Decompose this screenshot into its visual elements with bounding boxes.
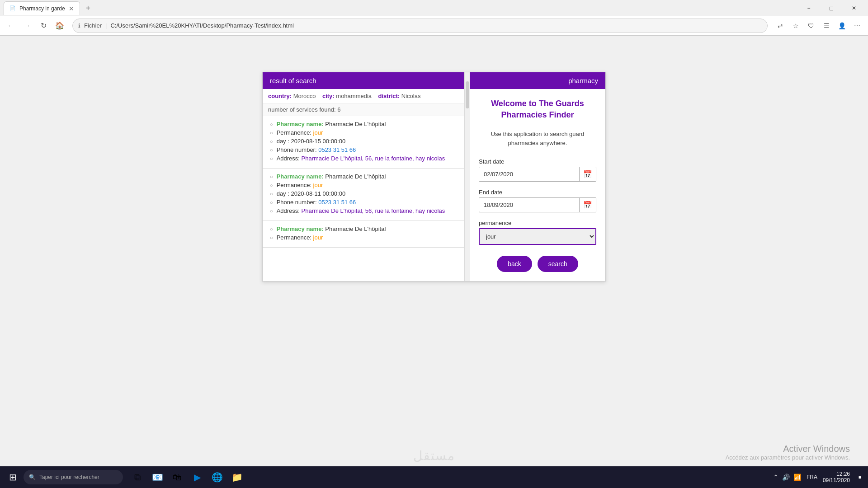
address-value: Address: Pharmacie De L'hôpital, 56, rue… [277, 155, 445, 162]
mastaqi-watermark: مستقل [413, 448, 455, 463]
browser-tab[interactable]: 📄 Pharmacy in garde ✕ [4, 1, 80, 15]
shield-icon[interactable]: 🛡 [804, 19, 818, 33]
phone-row: ○ Phone number: 0523 31 51 66 [270, 199, 457, 206]
volume-icon[interactable]: 🔊 [782, 474, 790, 481]
new-tab-button[interactable]: + [82, 2, 94, 14]
vscode-app[interactable]: ▶ [188, 468, 206, 486]
restore-button[interactable]: ◻ [821, 0, 842, 16]
start-date-wrapper: 📅 [479, 167, 596, 182]
filter-bar: country: Morocco city: mohammedia distri… [263, 89, 464, 103]
taskbar-search[interactable]: 🔍 Taper ici pour rechercher [24, 470, 123, 484]
pharmacy-label: Pharmacy name: Pharmacie De L'hôpital [277, 121, 386, 127]
permanence-value: Permanence: jour [277, 182, 323, 188]
store-app[interactable]: 🛍 [168, 468, 186, 486]
watermark-title: Activer Windows [687, 444, 850, 454]
files-app[interactable]: 📁 [228, 468, 246, 486]
taskbar-right: ⌃ 🔊 📶 FRA 12:26 09/11/2020 ▪ [773, 468, 864, 486]
welcome-desc: Use this application to search guard pha… [479, 130, 596, 147]
windows-watermark: Activer Windows Accédez aux paramètres p… [687, 444, 868, 461]
pharmacy-name-row: ○ Pharmacy name: Pharmacie De L'hôpital [270, 225, 457, 232]
permanence-select[interactable]: jour nuit [479, 228, 596, 245]
pharmacy-header-title: pharmacy [568, 77, 598, 84]
permanence-label: permanence [479, 220, 596, 226]
date-display: 09/11/2020 [823, 477, 850, 483]
refresh-button[interactable]: ↻ [36, 19, 51, 33]
taskbar-clock[interactable]: 12:26 09/11/2020 [823, 471, 850, 483]
star-button[interactable]: ☆ [788, 19, 803, 33]
translate-button[interactable]: ⇄ [773, 19, 788, 33]
address-row: ○ Address: Pharmacie De L'hôpital, 56, r… [270, 155, 457, 162]
day-row: ○ day : 2020-08-15 00:00:00 [270, 138, 457, 145]
start-date-input[interactable] [479, 168, 579, 180]
right-panel-header: pharmacy [470, 72, 605, 89]
start-date-label: Start date [479, 158, 596, 165]
home-button[interactable]: 🏠 [52, 19, 67, 33]
start-date-group: Start date 📅 [479, 158, 596, 182]
scrollbar[interactable] [464, 72, 470, 281]
profile-button[interactable]: 👤 [835, 19, 849, 33]
bullet: ○ [270, 139, 273, 144]
search-icon: 🔍 [29, 474, 36, 480]
taskbar-search-text: Taper ici pour rechercher [39, 474, 99, 480]
collection-button[interactable]: ☰ [819, 19, 834, 33]
close-button[interactable]: ✕ [844, 0, 864, 16]
end-date-wrapper: 📅 [479, 197, 596, 212]
bullet: ○ [270, 147, 273, 153]
show-desktop-button[interactable]: ▪ [855, 468, 864, 486]
url-text: C:/Users/Samir%20EL%20KHYATI/Desktop/Pha… [110, 22, 762, 29]
result-entry: ○ Pharmacy name: Pharmacie De L'hôpital … [263, 169, 464, 221]
pharmacy-label: Pharmacy name: Pharmacie De L'hôpital [277, 173, 386, 180]
back-nav-button[interactable]: ← [4, 19, 18, 33]
tab-title: Pharmacy in garde [19, 5, 65, 12]
forward-nav-button[interactable]: → [20, 19, 34, 33]
mail-app[interactable]: 📧 [148, 468, 166, 486]
bullet: ○ [270, 183, 273, 188]
search-button[interactable]: search [538, 256, 578, 272]
country-value: Morocco [293, 93, 316, 99]
minimize-button[interactable]: − [798, 0, 819, 16]
result-entry: ○ Pharmacy name: Pharmacie De L'hôpital … [263, 221, 464, 248]
bullet: ○ [270, 235, 273, 240]
address-value: Address: Pharmacie De L'hôpital, 56, rue… [277, 207, 445, 214]
time-display: 12:26 [836, 471, 850, 477]
system-icons: ⌃ 🔊 📶 [773, 474, 801, 481]
bullet: ○ [270, 200, 273, 205]
end-date-input[interactable] [479, 199, 579, 211]
info-icon: ℹ [78, 23, 80, 29]
start-button[interactable]: ⊞ [4, 468, 22, 486]
permanence-row: ○ Permanence: jour [270, 182, 457, 188]
country-label: country: [268, 93, 292, 99]
district-label: district: [378, 93, 400, 99]
language-indicator: FRA [807, 474, 817, 480]
welcome-title: Welcome to The Guards Pharmacies Finder [479, 98, 596, 121]
bullet: ○ [270, 122, 273, 127]
right-panel: pharmacy Welcome to The Guards Pharmacie… [470, 72, 605, 281]
page-icon: 📄 [9, 5, 16, 11]
address-row: ○ Address: Pharmacie De L'hôpital, 56, r… [270, 207, 457, 214]
app-container: result of search country: Morocco city: … [262, 72, 606, 282]
pharmacy-name-row: ○ Pharmacy name: Pharmacie De L'hôpital [270, 121, 457, 127]
day-row: ○ day : 2020-08-11 00:00:00 [270, 190, 457, 197]
tab-close-button[interactable]: ✕ [69, 5, 74, 12]
services-count: number of services found: 6 [263, 103, 464, 116]
address-separator: | [105, 22, 107, 29]
network-icon[interactable]: 📶 [793, 474, 801, 481]
back-button[interactable]: back [497, 256, 532, 272]
pharmacy-label: Pharmacy name: Pharmacie De L'hôpital [277, 225, 386, 232]
start-date-calendar-button[interactable]: 📅 [579, 167, 596, 181]
task-view-button[interactable]: ⧉ [128, 468, 146, 486]
settings-button[interactable]: ⋯ [850, 19, 864, 33]
scrollbar-thumb[interactable] [466, 81, 469, 108]
pharmacy-name-row: ○ Pharmacy name: Pharmacie De L'hôpital [270, 173, 457, 180]
end-date-label: End date [479, 189, 596, 196]
file-label: Fichier [84, 22, 102, 29]
district-value: Nicolas [401, 93, 421, 99]
permanence-value: Permanence: jour [277, 129, 323, 136]
address-bar[interactable]: ℹ Fichier | C:/Users/Samir%20EL%20KHYATI… [72, 19, 768, 33]
page-body: result of search country: Morocco city: … [0, 36, 868, 467]
chevron-up-icon[interactable]: ⌃ [773, 474, 778, 481]
end-date-calendar-button[interactable]: 📅 [579, 198, 596, 212]
bullet: ○ [270, 208, 273, 214]
right-panel-content: Welcome to The Guards Pharmacies Finder … [470, 89, 605, 281]
edge-app[interactable]: 🌐 [208, 468, 226, 486]
